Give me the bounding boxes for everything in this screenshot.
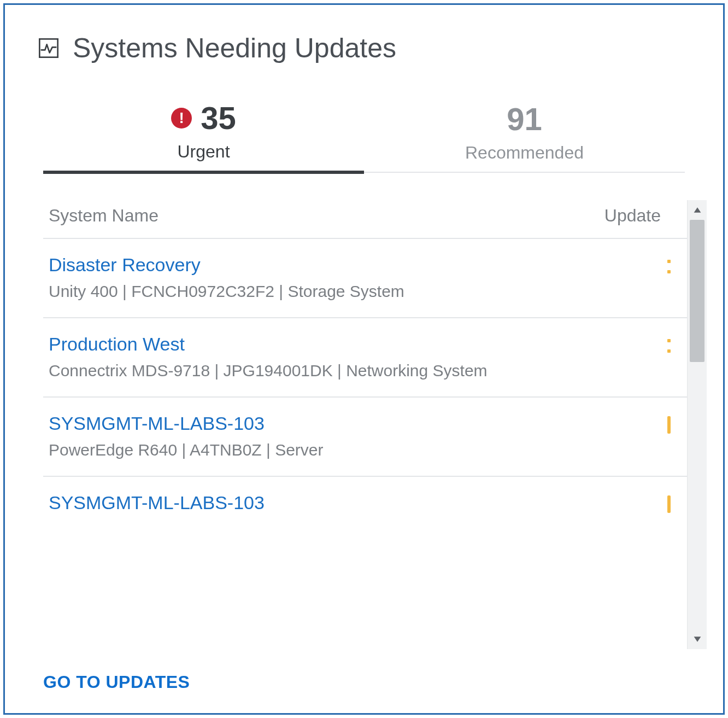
scroll-down-button[interactable]	[688, 629, 707, 649]
systems-table: System Name Update Disaster Recovery Uni…	[43, 200, 707, 649]
system-link[interactable]: SYSMGMT-ML-LABS-103	[49, 492, 649, 513]
table-row: SYSMGMT-ML-LABS-103	[43, 477, 687, 513]
table-row: Disaster Recovery Unity 400 | FCNCH0972C…	[43, 239, 687, 318]
system-link[interactable]: SYSMGMT-ML-LABS-103	[49, 413, 649, 434]
urgent-count: 35	[201, 102, 236, 134]
alert-icon: !	[171, 108, 192, 129]
card-title: Systems Needing Updates	[73, 32, 396, 64]
svg-marker-1	[694, 207, 701, 213]
table-header: System Name Update	[43, 200, 687, 239]
table-row: Production West Connectrix MDS-9718 | JP…	[43, 318, 687, 398]
system-details: Unity 400 | FCNCH0972C32F2 | Storage Sys…	[49, 282, 649, 301]
system-link[interactable]: Production West	[49, 334, 649, 355]
update-indicator[interactable]	[649, 334, 682, 354]
scroll-up-button[interactable]	[688, 200, 707, 220]
update-indicator[interactable]	[649, 254, 682, 275]
recommended-count: 91	[507, 103, 542, 135]
update-indicator[interactable]	[649, 492, 682, 513]
table-row: SYSMGMT-ML-LABS-103 PowerEdge R640 | A4T…	[43, 398, 687, 477]
urgent-label: Urgent	[43, 142, 364, 162]
update-indicator[interactable]	[649, 413, 682, 434]
tabs: ! 35 Urgent 91 Recommended	[5, 80, 723, 173]
tab-recommended[interactable]: 91 Recommended	[364, 103, 685, 172]
tab-urgent[interactable]: ! 35 Urgent	[43, 102, 364, 174]
svg-marker-2	[694, 637, 701, 642]
card-footer: GO TO UPDATES	[5, 660, 723, 697]
scroll-track[interactable]	[688, 220, 707, 629]
go-to-updates-link[interactable]: GO TO UPDATES	[43, 672, 190, 692]
table-body: Disaster Recovery Unity 400 | FCNCH0972C…	[43, 239, 687, 513]
scrollbar[interactable]	[687, 200, 707, 649]
col-update[interactable]: Update	[578, 206, 687, 226]
updates-card: Systems Needing Updates ! 35 Urgent 91 R…	[3, 3, 725, 715]
col-system-name[interactable]: System Name	[43, 206, 578, 226]
system-link[interactable]: Disaster Recovery	[49, 254, 649, 276]
scroll-thumb[interactable]	[690, 220, 704, 362]
system-details: Connectrix MDS-9718 | JPG194001DK | Netw…	[49, 361, 649, 380]
recommended-label: Recommended	[364, 143, 685, 163]
card-header: Systems Needing Updates	[5, 27, 723, 80]
activity-icon	[38, 37, 60, 59]
system-details: PowerEdge R640 | A4TNB0Z | Server	[49, 441, 649, 459]
